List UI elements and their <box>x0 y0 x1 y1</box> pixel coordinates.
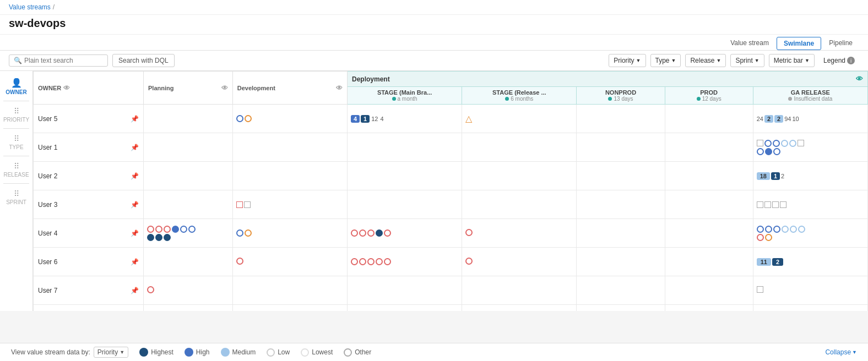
owner-col-header: OWNER 👁 <box>34 72 144 105</box>
user-name: User 4 <box>38 229 57 237</box>
tab-swimlane[interactable]: Swimlane <box>777 37 821 50</box>
tab-value-stream[interactable]: Value stream <box>724 37 775 50</box>
sidebar-item-release[interactable]: ⠿ RELEASE <box>0 157 32 182</box>
search-plain-input[interactable]: 🔍 <box>9 54 108 67</box>
type-icon: ⠿ <box>14 134 19 143</box>
sidebar-item-type[interactable]: ⠿ TYPE <box>0 130 32 155</box>
plain-text-search[interactable] <box>24 57 103 64</box>
priority-icon: ⠿ <box>14 107 19 116</box>
planning-eye-icon[interactable]: 👁 <box>221 84 228 92</box>
pin-icon[interactable]: 📌 <box>131 201 139 209</box>
user-name: User 5 <box>38 115 57 123</box>
nonprod-header: NONPROD 13 days <box>577 87 665 105</box>
stage-main-header: STAGE (Main Bra... a month <box>347 87 462 105</box>
development-eye-icon[interactable]: 👁 <box>336 84 343 92</box>
prod-header: PROD 12 days <box>665 87 753 105</box>
pin-icon[interactable]: 📌 <box>131 229 139 237</box>
user-name: User 6 <box>38 258 57 266</box>
deployment-group-header: Deployment 👁 <box>347 72 867 87</box>
user-name: User 2 <box>38 172 57 180</box>
tab-pipeline[interactable]: Pipeline <box>822 37 859 50</box>
sprint-filter[interactable]: Sprint▼ <box>730 54 764 67</box>
pin-icon[interactable]: 📌 <box>131 144 139 151</box>
planning-col-header: Planning 👁 <box>144 72 233 105</box>
legend-button[interactable]: Legend i <box>819 54 859 67</box>
owner-icon: 👤 <box>11 78 22 88</box>
metric-bar-filter[interactable]: Metric bar▼ <box>769 54 815 67</box>
search-dql-button[interactable]: Search with DQL <box>112 54 175 67</box>
table-row: User 6 📌 <box>34 248 868 276</box>
sidebar-item-priority[interactable]: ⠿ PRIORITY <box>0 102 32 127</box>
user-name: User 3 <box>38 201 57 209</box>
sprint-icon: ⠿ <box>14 189 19 198</box>
priority-filter[interactable]: Priority▼ <box>609 54 645 67</box>
pin-icon[interactable]: 📌 <box>131 287 139 294</box>
pin-icon[interactable]: 📌 <box>131 258 139 266</box>
pin-icon[interactable]: 📌 <box>131 115 139 123</box>
release-filter[interactable]: Release▼ <box>685 54 726 67</box>
table-row: User 2 📌 18 1 2 <box>34 162 868 190</box>
deployment-eye-icon[interactable]: 👁 <box>856 75 863 83</box>
page-title: sw-devops <box>9 17 859 30</box>
search-icon: 🔍 <box>14 57 22 64</box>
ga-release-header: GA RELEASE Insufficient data <box>753 87 867 105</box>
release-icon: ⠿ <box>14 162 19 171</box>
breadcrumb-separator: / <box>53 3 55 11</box>
owner-eye-icon[interactable]: 👁 <box>63 84 70 92</box>
user-name: User 1 <box>38 144 57 151</box>
pin-icon[interactable]: 📌 <box>131 172 139 180</box>
table-row: User 7 📌 <box>34 276 868 305</box>
table-row: User 5 📌 4 1 <box>34 105 868 133</box>
table-row: User 1 📌 <box>34 133 868 162</box>
stage-release-header: STAGE (Release ... 6 months <box>462 87 577 105</box>
sidebar-item-owner[interactable]: 👤 OWNER <box>0 73 32 100</box>
breadcrumb-link[interactable]: Value streams <box>9 3 51 11</box>
type-filter[interactable]: Type▼ <box>650 54 681 67</box>
user-name: User 7 <box>38 287 57 294</box>
table-row: User 4 📌 <box>34 219 868 248</box>
table-row: User 3 📌 <box>34 190 868 219</box>
sidebar-item-sprint[interactable]: ⠿ SPRINT <box>0 185 32 210</box>
table-row: User 8 📌 <box>34 305 868 311</box>
development-col-header: Development 👁 <box>232 72 347 105</box>
info-icon: i <box>847 57 855 64</box>
